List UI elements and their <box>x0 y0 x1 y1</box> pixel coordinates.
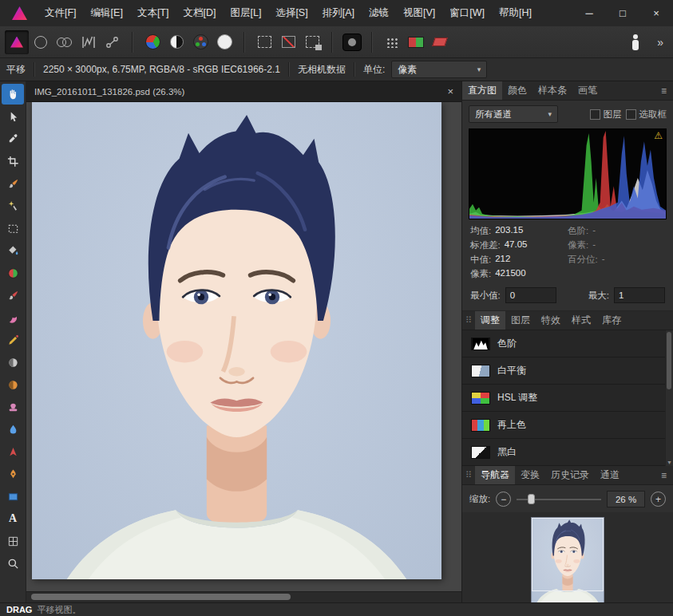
adjustment-item-hsl[interactable]: HSL 调整 <box>462 385 673 412</box>
menu-view[interactable]: 视图[V] <box>396 0 442 26</box>
channels-preview-button[interactable] <box>188 30 212 54</box>
gradient-tool[interactable] <box>2 263 24 283</box>
marquee-checkbox[interactable]: 选取框 <box>626 109 667 120</box>
tab-transform[interactable]: 变换 <box>515 466 545 484</box>
toolbar-overflow-button[interactable]: » <box>652 36 668 49</box>
zoom-value[interactable]: 26 % <box>607 491 645 507</box>
adjustment-item-white-balance[interactable]: 白平衡 <box>462 357 673 385</box>
layer-checkbox[interactable]: 图层 <box>590 109 622 120</box>
adjustment-scrollbar[interactable]: ▼ <box>665 330 673 466</box>
close-button[interactable]: × <box>639 0 673 26</box>
menu-select[interactable]: 选择[S] <box>268 0 315 26</box>
menu-file[interactable]: 文件[F] <box>38 0 84 26</box>
tab-styles[interactable]: 样式 <box>566 311 596 330</box>
paint-brush-tool[interactable] <box>2 285 24 306</box>
scroll-down-icon[interactable]: ▼ <box>666 460 673 465</box>
zoom-tool[interactable] <box>2 553 24 574</box>
tab-channels[interactable]: 通道 <box>595 466 625 484</box>
menu-layer[interactable]: 图层[L] <box>223 0 268 26</box>
clone-stamp-tool[interactable] <box>2 397 24 417</box>
insertion-target-button[interactable] <box>624 30 647 54</box>
snapping-grid-button[interactable] <box>380 30 404 54</box>
canvas-viewport[interactable] <box>26 101 461 592</box>
navigator-viewport-rect[interactable] <box>532 518 604 591</box>
max-input[interactable] <box>614 287 665 303</box>
dodge-brush-tool[interactable] <box>2 352 24 373</box>
panel-grip-icon[interactable]: ⠿ <box>462 466 475 484</box>
deselect-button[interactable] <box>276 30 300 54</box>
menu-text[interactable]: 文本[T] <box>130 0 176 26</box>
menu-window[interactable]: 窗口[W] <box>442 0 492 26</box>
selection-mode-button[interactable] <box>300 30 324 54</box>
grayscale-mode-button[interactable] <box>164 30 188 54</box>
navigator-thumbnail[interactable] <box>532 518 604 602</box>
horizontal-scrollbar-thumb[interactable] <box>31 594 291 600</box>
tab-stock[interactable]: 库存 <box>596 311 627 330</box>
tab-history[interactable]: 历史记录 <box>545 466 595 484</box>
unit-dropdown[interactable]: 像素 ▾ <box>391 61 487 78</box>
document-tab[interactable]: IMG_20161011_131826.psd (26.3%) <box>26 87 192 97</box>
smudge-brush-tool[interactable] <box>2 307 24 328</box>
develop-persona-button[interactable] <box>53 30 77 54</box>
rectangle-tool[interactable] <box>2 486 24 507</box>
panel-grip-icon[interactable]: ⠿ <box>462 311 475 330</box>
zoom-out-button[interactable]: − <box>496 492 511 507</box>
document-image[interactable] <box>32 102 441 579</box>
tab-layers[interactable]: 图层 <box>505 311 536 330</box>
snapping-toggle-button[interactable] <box>404 30 428 54</box>
minimize-button[interactable]: ─ <box>572 0 606 26</box>
zoom-slider-thumb[interactable] <box>528 494 535 504</box>
sharpen-brush-tool[interactable] <box>2 441 24 462</box>
text-tool[interactable]: A <box>2 508 24 529</box>
flood-fill-tool[interactable] <box>2 240 24 261</box>
zoom-in-button[interactable]: + <box>651 492 666 507</box>
warning-icon[interactable]: ⚠ <box>654 130 663 141</box>
burn-brush-tool[interactable] <box>2 374 24 395</box>
tab-swatches[interactable]: 样本条 <box>532 81 572 100</box>
menu-edit[interactable]: 编辑[E] <box>84 0 130 26</box>
adjustment-item-black-white[interactable]: 黑白 <box>462 439 673 466</box>
tone-mapping-persona-button[interactable] <box>77 30 101 54</box>
view-hand-tool[interactable] <box>2 84 24 105</box>
channel-dropdown[interactable]: 所有通道 ▾ <box>469 105 558 123</box>
tab-histogram[interactable]: 直方图 <box>462 81 502 100</box>
selection-brush-tool[interactable] <box>2 195 24 216</box>
tab-adjustment[interactable]: 调整 <box>475 311 505 330</box>
pen-tool[interactable] <box>2 464 24 484</box>
menu-filters[interactable]: 滤镜 <box>362 0 396 26</box>
menu-arrange[interactable]: 排列[A] <box>315 0 362 26</box>
tab-navigator[interactable]: 导航器 <box>475 466 515 484</box>
vector-brush-tool[interactable] <box>2 173 24 194</box>
min-input[interactable] <box>505 287 556 303</box>
marquee-select-tool[interactable] <box>2 218 24 239</box>
rgb-color-mode-button[interactable] <box>141 30 164 54</box>
maximize-button[interactable]: □ <box>606 0 639 26</box>
photo-persona-button[interactable] <box>5 30 29 54</box>
tab-brushes[interactable]: 画笔 <box>572 81 603 100</box>
tab-effects[interactable]: 特效 <box>536 311 566 330</box>
panel-menu-icon[interactable]: ≡ <box>655 466 673 484</box>
mesh-warp-tool[interactable] <box>2 531 24 551</box>
marquee-visible-button[interactable] <box>252 30 276 54</box>
blur-brush-tool[interactable] <box>2 419 24 440</box>
color-picker-tool[interactable] <box>2 128 24 149</box>
export-persona-button[interactable] <box>101 30 125 54</box>
pixel-pencil-tool[interactable] <box>2 330 24 350</box>
panel-menu-icon[interactable]: ≡ <box>655 81 673 100</box>
adjustment-item-recolor[interactable]: 再上色 <box>462 412 673 439</box>
menu-help[interactable]: 帮助[H] <box>492 0 539 26</box>
quick-mask-button[interactable] <box>340 30 364 54</box>
tab-close-icon[interactable]: × <box>439 85 461 97</box>
zoom-slider[interactable] <box>517 492 601 506</box>
adjustment-item-levels[interactable]: 色阶 <box>462 330 673 357</box>
mono-preview-button[interactable] <box>212 30 236 54</box>
horizontal-scrollbar[interactable] <box>26 591 461 602</box>
histogram-display[interactable]: ⚠ <box>469 128 667 219</box>
tab-color[interactable]: 颜色 <box>502 81 532 100</box>
menu-document[interactable]: 文档[D] <box>176 0 223 26</box>
move-tool[interactable] <box>2 106 24 127</box>
adjustment-scrollbar-thumb[interactable] <box>667 332 671 389</box>
liquify-persona-button[interactable] <box>29 30 53 54</box>
crop-tool[interactable] <box>2 151 24 172</box>
assistant-button[interactable] <box>428 30 452 54</box>
